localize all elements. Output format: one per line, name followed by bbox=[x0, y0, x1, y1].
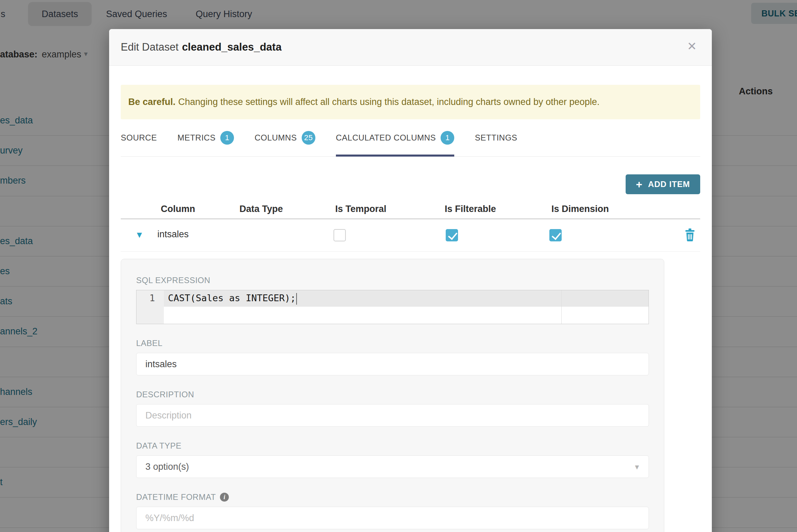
tab-label: CALCULATED COLUMNS bbox=[336, 133, 436, 143]
modal-header: Edit Datasetcleaned_sales_data ✕ bbox=[109, 29, 712, 66]
is-filterable-checkbox[interactable] bbox=[446, 229, 458, 241]
modal-body: Be careful. Changing these settings will… bbox=[109, 85, 712, 532]
add-item-row: + ADD ITEM bbox=[121, 174, 700, 194]
tab-source[interactable]: SOURCE bbox=[121, 130, 157, 156]
trash-icon[interactable] bbox=[684, 228, 695, 243]
plus-icon: + bbox=[636, 179, 643, 190]
datetime-format-field-label: DATETIME FORMAT i bbox=[136, 492, 649, 502]
tab-calculated-columns[interactable]: CALCULATED COLUMNS 1 bbox=[336, 130, 455, 156]
description-input[interactable] bbox=[136, 404, 649, 427]
column-header-is-dimension: Is Dimension bbox=[551, 204, 609, 214]
datetime-format-input[interactable] bbox=[136, 507, 649, 529]
column-header-is-filterable: Is Filterable bbox=[445, 204, 496, 214]
screen: s Datasets Saved Queries Query History B… bbox=[0, 0, 797, 532]
tab-columns[interactable]: COLUMNS 25 bbox=[254, 130, 315, 156]
edit-dataset-modal: Edit Datasetcleaned_sales_data ✕ Be care… bbox=[109, 29, 712, 532]
editor-gutter: 1 bbox=[136, 290, 164, 324]
sql-code-line: CAST(Sales as INTEGER); bbox=[168, 293, 297, 305]
calculated-column-detail-panel: SQL EXPRESSION 1 CAST(Sales as INTEGER);… bbox=[121, 259, 664, 532]
chevron-down-icon: ▼ bbox=[633, 463, 640, 471]
data-type-select[interactable]: 3 option(s) ▼ bbox=[136, 455, 649, 478]
datetime-format-label-text: DATETIME FORMAT bbox=[136, 492, 216, 502]
datetime-format-section: DATETIME FORMAT i bbox=[136, 492, 649, 529]
data-type-field-label: DATA TYPE bbox=[136, 441, 649, 451]
warning-text: Changing these settings will affect all … bbox=[178, 97, 600, 107]
count-badge: 25 bbox=[302, 131, 315, 145]
modal-title-prefix: Edit Dataset bbox=[121, 41, 179, 53]
sql-code-text: CAST(Sales as INTEGER); bbox=[168, 293, 296, 303]
calculated-column-name: intsales bbox=[157, 229, 189, 240]
sql-expression-section: SQL EXPRESSION 1 CAST(Sales as INTEGER); bbox=[136, 276, 649, 324]
description-field-label: DESCRIPTION bbox=[136, 390, 649, 399]
count-badge: 1 bbox=[441, 131, 454, 145]
editor-print-margin bbox=[561, 290, 562, 324]
label-field-label: LABEL bbox=[136, 338, 649, 348]
modal-tabs: SOURCE METRICS 1 COLUMNS 25 CALCULATED C… bbox=[121, 130, 700, 157]
count-badge: 1 bbox=[220, 131, 234, 145]
warning-banner: Be careful. Changing these settings will… bbox=[121, 85, 700, 119]
line-number: 1 bbox=[149, 293, 155, 303]
calculated-column-row: ▾ intsales bbox=[121, 220, 700, 252]
label-section: LABEL bbox=[136, 338, 649, 375]
close-icon[interactable]: ✕ bbox=[687, 39, 697, 53]
column-header-column: Column bbox=[161, 204, 195, 214]
modal-title-dataset-name: cleaned_sales_data bbox=[182, 41, 282, 53]
data-type-selected-value: 3 option(s) bbox=[145, 462, 189, 472]
is-dimension-checkbox[interactable] bbox=[549, 229, 562, 241]
add-item-button[interactable]: + ADD ITEM bbox=[626, 174, 700, 194]
modal-title: Edit Datasetcleaned_sales_data bbox=[121, 41, 282, 53]
is-temporal-checkbox[interactable] bbox=[334, 229, 346, 241]
calculated-columns-table-header: Column Data Type Is Temporal Is Filterab… bbox=[121, 200, 700, 220]
collapse-caret-icon[interactable]: ▾ bbox=[137, 228, 142, 240]
column-header-is-temporal: Is Temporal bbox=[335, 204, 387, 214]
tab-label: COLUMNS bbox=[254, 133, 297, 143]
tab-metrics[interactable]: METRICS 1 bbox=[178, 130, 234, 156]
column-header-data-type: Data Type bbox=[239, 204, 283, 214]
tab-label: SETTINGS bbox=[475, 133, 517, 143]
data-type-section: DATA TYPE 3 option(s) ▼ bbox=[136, 441, 649, 478]
add-item-label: ADD ITEM bbox=[648, 179, 690, 189]
description-section: DESCRIPTION bbox=[136, 390, 649, 427]
sql-expression-editor[interactable]: 1 CAST(Sales as INTEGER); bbox=[136, 290, 649, 324]
tab-label: SOURCE bbox=[121, 133, 157, 143]
tab-settings[interactable]: SETTINGS bbox=[475, 130, 517, 156]
info-icon[interactable]: i bbox=[220, 493, 229, 502]
warning-bold-text: Be careful. bbox=[128, 97, 175, 107]
label-input[interactable] bbox=[136, 353, 649, 375]
sql-expression-label: SQL EXPRESSION bbox=[136, 276, 649, 285]
tab-label: METRICS bbox=[178, 133, 216, 143]
text-cursor bbox=[296, 293, 297, 305]
